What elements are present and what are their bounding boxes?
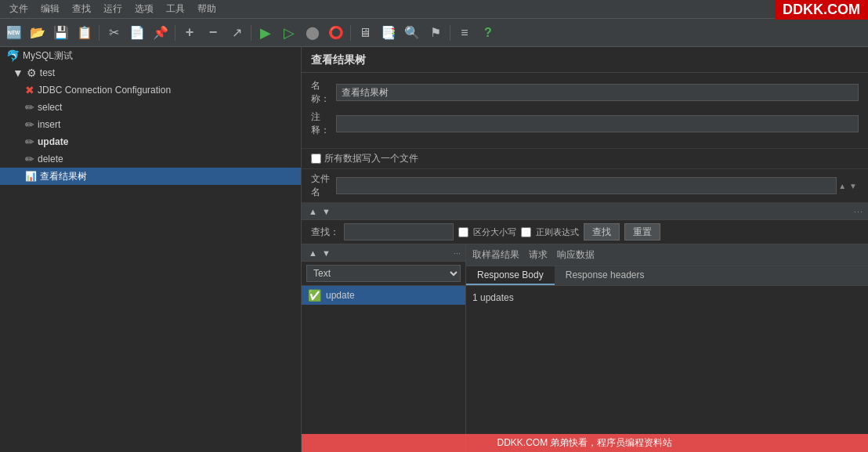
remove-btn[interactable]: − <box>202 22 224 44</box>
regex-checkbox[interactable] <box>521 227 531 237</box>
regex-group: 正则表达式 <box>521 226 579 238</box>
template-btn[interactable]: 📑 <box>378 22 400 44</box>
tree-jdbc[interactable]: ✖ JDBC Connection Configuration <box>0 81 301 99</box>
tree-result-tree[interactable]: 📊 查看结果树 <box>0 168 301 185</box>
tree-insert[interactable]: ✏ insert <box>0 116 301 133</box>
case-group: 区分大小写 <box>458 226 516 238</box>
group-icon: ⚙ <box>27 67 37 79</box>
response-body: 1 updates <box>466 286 868 452</box>
sep3 <box>251 25 251 41</box>
sampler-up-btn[interactable]: ▲ <box>306 248 320 259</box>
comment-input[interactable] <box>336 115 859 132</box>
regex-label: 正则表达式 <box>536 226 579 238</box>
tab-request[interactable]: 请求 <box>529 248 548 262</box>
toolbar: 🆕 📂 💾 📋 ✂ 📄 📌 + − ↗ ▶ ▷ ⬤ ⭕ 🖥 📑 🔍 ⚑ ≡ ? <box>0 19 868 47</box>
case-label: 区分大小写 <box>473 226 516 238</box>
tree-root[interactable]: 🐬 MySQL测试 <box>0 47 301 64</box>
help-toolbar-btn[interactable]: ? <box>477 22 499 44</box>
comment-row: 注释： <box>311 110 859 137</box>
remote-btn[interactable]: 🖥 <box>354 22 376 44</box>
sub-dots-1: ··· <box>854 207 863 216</box>
save-btn[interactable]: 💾 <box>50 22 72 44</box>
name-label: 名称： <box>311 79 336 106</box>
all-data-checkbox[interactable] <box>311 154 321 164</box>
tree-group-label: test <box>40 67 55 78</box>
panel-title: 查看结果树 <box>311 53 366 66</box>
subtab-response-body[interactable]: Response Body <box>466 266 555 285</box>
response-body-text: 1 updates <box>472 292 514 303</box>
tree-insert-label: insert <box>38 119 60 130</box>
success-icon: ✅ <box>308 289 321 302</box>
sidebar: 🐬 MySQL测试 ▼ ⚙ test ✖ JDBC Connection Con… <box>0 47 302 452</box>
sep4 <box>350 25 351 41</box>
tree-select-label: select <box>38 102 62 113</box>
type-selector[interactable]: Text JSON XML HTML <box>306 265 461 282</box>
jdbc-icon: ✖ <box>25 84 34 96</box>
save-as-btn[interactable]: 📋 <box>74 22 96 44</box>
menu-options[interactable]: 选项 <box>128 0 160 18</box>
tree-select[interactable]: ✏ select <box>0 99 301 116</box>
all-data-label: 所有数据写入一个文件 <box>324 152 418 165</box>
tree-result-label: 查看结果树 <box>40 170 87 183</box>
threads-btn[interactable]: ≡ <box>454 22 476 44</box>
open-btn[interactable]: 📂 <box>27 22 49 44</box>
sampler-list: ✅ update <box>302 286 465 452</box>
paste-btn[interactable]: 📌 <box>150 22 172 44</box>
copy-btn[interactable]: 📄 <box>126 22 148 44</box>
select-icon: ✏ <box>25 101 34 114</box>
find-btn[interactable]: 查找 <box>584 223 620 240</box>
sampler-dots: ··· <box>454 248 461 258</box>
tab-response-data[interactable]: 响应数据 <box>557 248 595 262</box>
file-label: 文件名 <box>311 172 336 199</box>
response-tabs-row: 取样器结果 请求 响应数据 <box>466 244 868 266</box>
new-btn[interactable]: 🆕 <box>3 22 25 44</box>
update-icon: ✏ <box>25 136 34 148</box>
sub-up-1[interactable]: ▲ <box>306 206 320 217</box>
sampler-down-btn[interactable]: ▼ <box>320 248 333 259</box>
file-up-btn[interactable]: ▲ <box>837 182 848 190</box>
cut-btn[interactable]: ✂ <box>103 22 125 44</box>
tree-group[interactable]: ▼ ⚙ test <box>0 64 301 81</box>
selector-row: Text JSON XML HTML <box>302 262 465 286</box>
add-btn[interactable]: + <box>179 22 201 44</box>
menu-help[interactable]: 帮助 <box>191 0 222 18</box>
sep2 <box>175 25 175 41</box>
menu-edit[interactable]: 编辑 <box>34 0 66 18</box>
run-no-pause-btn[interactable]: ▷ <box>278 22 300 44</box>
search-toolbar-btn[interactable]: 🔍 <box>401 22 423 44</box>
menubar: 文件 编辑 查找 运行 选项 工具 帮助 <box>0 0 868 19</box>
tree-update-label: update <box>38 136 68 147</box>
sampler-subtoolbar: ▲ ▼ ··· <box>302 244 465 262</box>
sub-down-1[interactable]: ▼ <box>320 206 333 217</box>
stop-btn[interactable]: ⬤ <box>302 22 324 44</box>
case-checkbox[interactable] <box>458 227 468 237</box>
reset-btn[interactable]: 重置 <box>624 223 660 240</box>
tree-update[interactable]: ✏ update <box>0 133 301 150</box>
search-input[interactable] <box>344 223 454 240</box>
sampler-item-update[interactable]: ✅ update <box>302 286 465 305</box>
response-subtabs: Response Body Response headers <box>466 266 868 286</box>
content-area: ▲ ▼ ··· Text JSON XML HTML ✅ <box>302 244 868 452</box>
search-row: 查找： 区分大小写 正则表达式 查找 重置 <box>302 220 868 244</box>
subtab-response-headers[interactable]: Response headers <box>555 266 656 285</box>
menu-find[interactable]: 查找 <box>66 0 97 18</box>
shutdown-btn[interactable]: ⭕ <box>325 22 347 44</box>
right-panel: 查看结果树 名称： 注释： 所有数据写入一个文件 文件名 ▲ ▼ <box>302 47 868 452</box>
name-input[interactable] <box>336 84 859 101</box>
bookmark-btn[interactable]: ⚑ <box>425 22 447 44</box>
file-row: 文件名 ▲ ▼ <box>302 169 868 203</box>
file-down-btn[interactable]: ▼ <box>848 182 859 190</box>
delete-icon: ✏ <box>25 153 34 165</box>
tree-delete[interactable]: ✏ delete <box>0 150 301 168</box>
all-data-row: 所有数据写入一个文件 <box>302 149 868 169</box>
tab-sampler-result[interactable]: 取样器结果 <box>472 248 519 262</box>
browse-btn[interactable]: ↗ <box>226 22 248 44</box>
run-btn[interactable]: ▶ <box>255 22 277 44</box>
tree-root-label: MySQL测试 <box>23 49 73 63</box>
tree-jdbc-label: JDBC Connection Configuration <box>38 85 171 96</box>
menu-file[interactable]: 文件 <box>3 0 34 18</box>
sep5 <box>450 25 450 41</box>
file-input[interactable] <box>336 177 837 194</box>
menu-tools[interactable]: 工具 <box>160 0 191 18</box>
menu-run[interactable]: 运行 <box>97 0 128 18</box>
